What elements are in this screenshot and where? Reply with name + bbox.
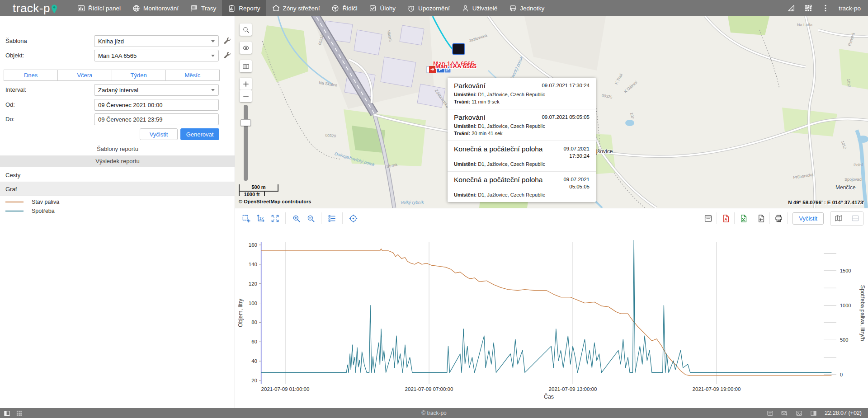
osm-attribution[interactable]: © OpenStreetMap contributors (239, 199, 311, 204)
plus-icon (242, 80, 250, 88)
routes-icon (190, 5, 198, 12)
chart-tool-zoom-in[interactable] (290, 212, 302, 225)
quick-range-2[interactable]: Týden (112, 70, 166, 81)
fold-map-icon (242, 63, 250, 70)
wrench-icon (223, 52, 231, 60)
interval-select[interactable]: Zadaný interval (94, 84, 219, 96)
series-list-icon (328, 214, 336, 223)
generate-button[interactable]: Generovat (180, 128, 219, 140)
apps-grid-icon (804, 4, 812, 12)
map-control-fold-map[interactable] (240, 60, 252, 72)
list-icon[interactable] (767, 410, 774, 417)
menu-item-label: Řídící panel (88, 5, 121, 12)
menu-item-alerts[interactable]: Upozornění (401, 0, 456, 16)
svg-text:A: A (724, 217, 727, 221)
export-tool-excel-export[interactable] (737, 212, 750, 225)
monitoring-icon (132, 5, 140, 12)
view-toggle-map-toggle[interactable] (830, 212, 847, 225)
object-label: Objekt: (5, 52, 24, 59)
pdf-export-icon: A (722, 214, 730, 223)
zoom-slider-handle[interactable] (241, 119, 251, 126)
clear-button[interactable]: Vyčistit (140, 128, 178, 140)
image-icon[interactable] (796, 410, 802, 417)
fit-screen-icon (271, 214, 279, 223)
menu-item-drivers[interactable]: Řidiči (326, 0, 363, 16)
menu-item-reports[interactable]: Reporty (222, 0, 266, 16)
menu-item-monitoring[interactable]: Monitorování (127, 0, 184, 16)
zoom-slider-track[interactable] (244, 105, 248, 181)
view-toggle-split-view[interactable] (847, 212, 863, 225)
export-tool-table-window[interactable] (702, 212, 714, 225)
section-graph[interactable]: Graf (0, 182, 235, 196)
event-location: Umístění: D1, Jažlovice, Czech Republic (454, 161, 590, 167)
kebab-icon[interactable] (821, 4, 830, 12)
chart-tool-reset-view[interactable] (347, 212, 359, 225)
map-control-plus[interactable] (240, 78, 252, 90)
svg-text:2021-07-09 01:00:00: 2021-07-09 01:00:00 (261, 386, 310, 392)
chart-section: 1x AVyčistit 2021-07-09 01:00:002021-07-… (235, 208, 868, 408)
to-input[interactable]: 09 Červenec 2021 23:59 (94, 113, 219, 125)
chart-toolbar: 1x AVyčistit (235, 208, 868, 228)
chart-tool-fit-screen[interactable] (269, 212, 281, 225)
mail-icon[interactable] (781, 410, 788, 417)
section-trips[interactable]: Cesty (0, 168, 235, 182)
menu-item-label: Řidiči (342, 5, 357, 12)
axes-1x-icon: 1x (256, 214, 265, 223)
svg-text:Spotřeba paliva, litry/h: Spotřeba paliva, litry/h (859, 285, 866, 341)
menu-item-units[interactable]: Jednotky (503, 0, 550, 16)
object-settings-wrench-icon[interactable] (223, 52, 231, 60)
fuel-chart[interactable]: 2021-07-09 01:00:002021-07-09 07:00:0020… (235, 228, 868, 408)
chart-tools: 1x (240, 212, 359, 225)
from-input[interactable]: 09 Červenec 2021 00:00 (94, 99, 219, 111)
apps-grid-icon[interactable] (804, 4, 812, 12)
menu-item-users[interactable]: Uživatelé (456, 0, 504, 16)
legend-line-sample (5, 211, 24, 211)
print-icon (774, 214, 783, 223)
section-report-templates[interactable]: Šablony reportu (0, 146, 235, 152)
units-icon (509, 5, 517, 12)
chart-clear-button[interactable]: Vyčistit (793, 212, 824, 225)
chart-tool-zoom-out[interactable] (304, 212, 317, 225)
menu-item-label: Jednotky (520, 5, 544, 12)
legend-item-fuel-level[interactable]: Stav paliva (5, 199, 59, 205)
quick-range-3[interactable]: Měsíc (165, 70, 220, 81)
box-select-icon (242, 214, 250, 223)
quick-range-0[interactable]: Dnes (4, 70, 58, 81)
excel-export-icon (739, 214, 748, 223)
scale-imperial: 1000 ft (239, 191, 265, 196)
chart-tool-series-list[interactable] (326, 212, 338, 225)
account-label[interactable]: track-po (839, 5, 861, 12)
event-timestamp: 09.07.2021 17:30:24 (542, 82, 590, 89)
legend-item-consumption[interactable]: Spotřeba (5, 208, 55, 214)
menu-item-zones[interactable]: Zóny střežení (266, 0, 326, 16)
app-logo[interactable]: track-p (13, 1, 58, 15)
menu-item-label: Reporty (239, 5, 260, 12)
export-tool-doc-export[interactable] (755, 212, 767, 225)
chart-tool-axes-1x[interactable]: 1x (254, 212, 267, 225)
split-panel-icon[interactable] (810, 410, 817, 417)
separator (342, 212, 343, 224)
tasks-icon (369, 5, 377, 12)
menu-item-dashboard[interactable]: Řídící panel (71, 0, 127, 16)
vehicle-label[interactable]: Man 1AA 6565 (435, 63, 476, 70)
map-control-eye[interactable] (240, 42, 252, 54)
object-select[interactable]: Man 1AA 6565 (94, 50, 219, 61)
ruler-icon[interactable] (787, 4, 795, 12)
menu-item-tasks[interactable]: Úlohy (363, 0, 401, 16)
map-control-minus[interactable] (240, 90, 252, 102)
chart-tool-box-select[interactable] (240, 212, 252, 225)
template-select[interactable]: Kniha jízd (94, 35, 219, 47)
quick-range-1[interactable]: Včera (57, 70, 112, 81)
statusbar-copyright: © track-po (0, 410, 868, 416)
section-report-result[interactable]: Výsledek reportu (0, 155, 235, 167)
template-settings-wrench-icon[interactable] (223, 37, 231, 45)
separator (769, 212, 770, 224)
map-view[interactable]: P P Na LadaPanskáHlavníJažlovickáZděbrad… (235, 16, 868, 208)
svg-text:Objem, litry: Objem, litry (237, 298, 244, 327)
separator (752, 212, 752, 224)
menu-item-routes[interactable]: Trasy (184, 0, 222, 16)
export-tool-print[interactable] (772, 212, 785, 225)
map-control-search[interactable] (240, 23, 252, 36)
export-tool-pdf-export[interactable]: A (719, 212, 732, 225)
interval-label: Interval: (5, 86, 26, 93)
